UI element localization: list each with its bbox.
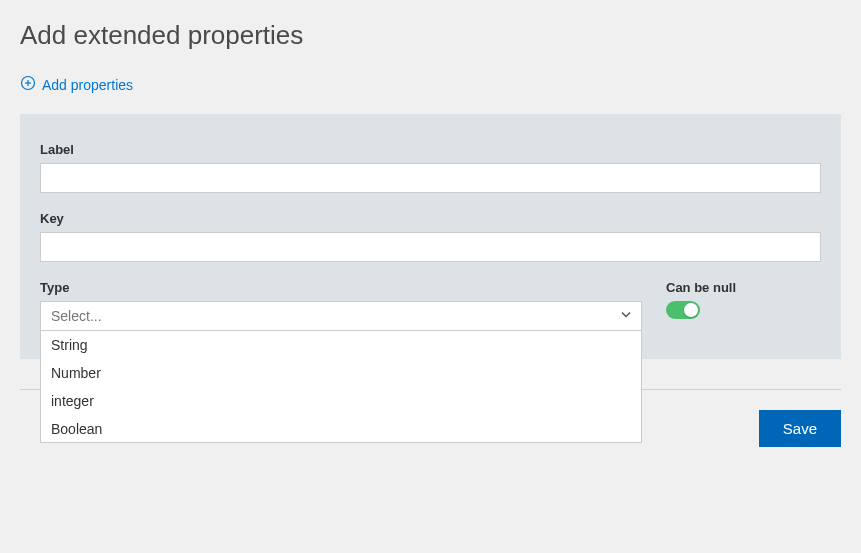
- add-properties-label: Add properties: [42, 77, 133, 93]
- type-field-group: Type Select... String Number integer Boo…: [40, 280, 642, 331]
- page-title: Add extended properties: [20, 20, 841, 51]
- save-button[interactable]: Save: [759, 410, 841, 447]
- type-option[interactable]: Number: [41, 359, 641, 387]
- can-be-null-toggle[interactable]: [666, 301, 700, 319]
- null-field-group: Can be null: [666, 280, 736, 319]
- type-option[interactable]: String: [41, 331, 641, 359]
- type-option[interactable]: integer: [41, 387, 641, 415]
- key-field-group: Key: [40, 211, 821, 262]
- label-input[interactable]: [40, 163, 821, 193]
- type-dropdown-list[interactable]: String Number integer Boolean: [40, 331, 642, 443]
- type-select-placeholder: Select...: [51, 308, 102, 324]
- chevron-down-icon: [619, 308, 633, 325]
- null-field-label: Can be null: [666, 280, 736, 295]
- plus-circle-icon: [20, 75, 36, 94]
- label-field-group: Label: [40, 142, 821, 193]
- type-select[interactable]: Select...: [40, 301, 642, 331]
- property-card: Label Key Type Select... String Number i…: [20, 114, 841, 359]
- toggle-knob: [684, 303, 698, 317]
- add-properties-link[interactable]: Add properties: [20, 75, 133, 94]
- type-field-label: Type: [40, 280, 642, 295]
- type-option[interactable]: Boolean: [41, 415, 641, 443]
- label-field-label: Label: [40, 142, 821, 157]
- key-input[interactable]: [40, 232, 821, 262]
- key-field-label: Key: [40, 211, 821, 226]
